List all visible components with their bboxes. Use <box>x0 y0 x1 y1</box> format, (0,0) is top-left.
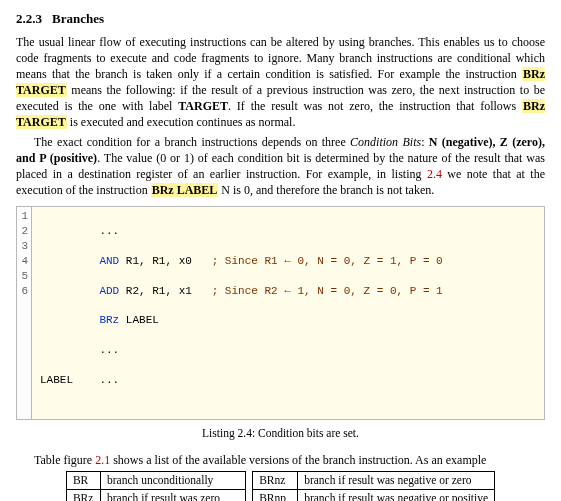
table-row: BRzbranch if result was zero <box>66 490 245 501</box>
br-table: BRbranch unconditionally BRzbranch if re… <box>16 471 545 501</box>
section-title: Branches <box>52 11 104 26</box>
section-number: 2.2.3 <box>16 11 42 26</box>
inline-code: BRz LABEL <box>151 183 219 197</box>
br-table-left: BRbranch unconditionally BRzbranch if re… <box>66 471 246 501</box>
code-body: ... AND R1, R1, x0 ; Since R1 ← 0, N = 0… <box>32 207 451 419</box>
br-table-right: BRnzbranch if result was negative or zer… <box>252 471 495 501</box>
paragraph-2: The exact condition for a branch instruc… <box>16 134 545 199</box>
label-ref: TARGET <box>178 99 228 113</box>
line-gutter: 1 2 3 4 5 6 <box>17 207 32 419</box>
section-heading: 2.2.3Branches <box>16 10 545 28</box>
code-listing: 1 2 3 4 5 6 ... AND R1, R1, x0 ; Since R… <box>16 206 545 420</box>
table-row: BRnpbranch if result was negative or pos… <box>253 490 495 501</box>
table-row: BRnzbranch if result was negative or zer… <box>253 471 495 490</box>
paragraph-1: The usual linear flow of executing instr… <box>16 34 545 131</box>
figure-ref[interactable]: 2.1 <box>95 453 110 467</box>
table-intro: Table figure 2.1 shows a list of the ava… <box>16 452 545 468</box>
listing-ref[interactable]: 2.4 <box>427 167 442 181</box>
table-row: BRbranch unconditionally <box>66 471 245 490</box>
listing-caption: Listing 2.4: Condition bits are set. <box>16 426 545 442</box>
